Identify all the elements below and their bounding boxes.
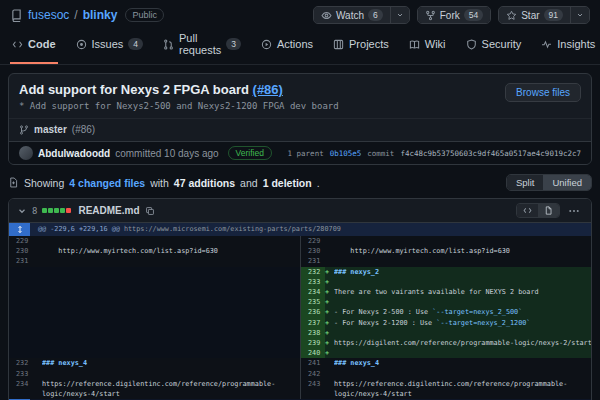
hunk-range: @@ -229,6 +229,16 @@ xyxy=(38,225,120,233)
split-view-button[interactable]: Split xyxy=(507,175,543,190)
diff-cell-add: 240+ xyxy=(300,348,591,358)
line-number[interactable]: 243 xyxy=(301,379,325,389)
line-number[interactable]: 237 xyxy=(301,318,325,328)
fork-button[interactable]: Fork 54 xyxy=(418,7,490,23)
line-number[interactable] xyxy=(301,389,325,399)
commit-author-block: Abdulwadoodd committed 10 days ago Verif… xyxy=(19,146,272,160)
changed-files-bar: Showing 4 changed files with 47 addition… xyxy=(8,165,592,198)
file-changes-count: 8 xyxy=(32,206,37,216)
and-text: and xyxy=(240,177,258,189)
tab-insights[interactable]: Insights xyxy=(539,27,597,64)
line-number[interactable]: 236 xyxy=(301,307,325,317)
line-number[interactable]: 234 xyxy=(9,379,33,389)
tab-projects[interactable]: Projects xyxy=(331,27,391,64)
code-line: http://www.myirtech.com/list.asp?id=630 xyxy=(42,246,300,256)
hunk-header: @@ -229,6 +229,16 @@ https://www.microse… xyxy=(9,223,591,236)
source-view-button[interactable] xyxy=(517,204,538,217)
line-number[interactable]: 233 xyxy=(301,277,325,287)
tab-pull-requests[interactable]: Pull requests 3 xyxy=(161,27,243,64)
browse-files-button[interactable]: Browse files xyxy=(505,83,581,102)
line-number[interactable]: 241 xyxy=(301,358,325,368)
diff-cell-ctx: 231 xyxy=(9,256,300,266)
author-link[interactable]: Abdulwadoodd xyxy=(38,148,110,159)
line-number[interactable]: 232 xyxy=(301,267,325,277)
tab-security[interactable]: Security xyxy=(464,27,524,64)
diff-cell-fill xyxy=(9,267,300,277)
copy-icon[interactable] xyxy=(145,206,155,216)
repo-breadcrumb: fusesoc / blinky Public xyxy=(10,8,164,22)
diff-cell-ctx: 230 http://www.myirtech.com/list.asp?id=… xyxy=(300,246,591,256)
tab-actions[interactable]: Actions xyxy=(259,27,315,64)
commit-title: Add support for Nexys 2 FPGA board (#86) xyxy=(19,82,581,97)
tab-wiki[interactable]: Wiki xyxy=(407,27,448,64)
diff-marker xyxy=(33,379,42,389)
diff-row: 239+https://digilent.com/reference/progr… xyxy=(9,338,591,348)
file-name[interactable]: README.md xyxy=(78,205,139,216)
line-number[interactable]: 235 xyxy=(301,297,325,307)
watch-caret-button[interactable] xyxy=(390,7,409,23)
diff-view-toggle: Split Unified xyxy=(506,174,592,191)
code-line xyxy=(334,256,591,266)
stat-square-add xyxy=(42,208,47,213)
code-line: - For Nexys 2-500 : Use `--target=nexys_… xyxy=(334,307,591,317)
collapse-chevron-icon[interactable] xyxy=(17,206,27,216)
diff-row: 240+ xyxy=(9,348,591,358)
tab-code[interactable]: Code xyxy=(10,27,58,64)
changed-files-link[interactable]: 4 changed files xyxy=(69,177,145,189)
diff-cell-ctx: 242 xyxy=(300,369,591,379)
line-number[interactable]: 229 xyxy=(301,236,325,246)
parent-sha-link[interactable]: 0b105e5 xyxy=(330,149,362,158)
line-number[interactable]: 229 xyxy=(9,236,33,246)
line-number[interactable]: 238 xyxy=(301,328,325,338)
code-line xyxy=(334,369,591,379)
branch-name[interactable]: master xyxy=(34,124,67,135)
code-line xyxy=(334,348,591,358)
line-number[interactable]: 242 xyxy=(301,369,325,379)
line-number[interactable]: 232 xyxy=(9,358,33,368)
line-number[interactable]: 234 xyxy=(301,287,325,297)
file-options-kebab-button[interactable] xyxy=(565,205,583,217)
verified-badge[interactable]: Verified xyxy=(228,146,272,160)
diff-cell-add: 237+- For Nexys 2-1200 : Use `--target=n… xyxy=(300,318,591,328)
diff-row: 238+ xyxy=(9,328,591,338)
diff-cell-fill xyxy=(9,328,300,338)
watch-button[interactable]: Watch 6 xyxy=(314,7,390,23)
visibility-badge: Public xyxy=(125,8,164,22)
star-caret-button[interactable] xyxy=(570,7,589,23)
diff-marker xyxy=(33,256,42,266)
parent-label: 1 parent xyxy=(288,149,324,158)
line-number[interactable]: 231 xyxy=(9,256,33,266)
code-text-segment: https://digilent.com/reference/programma… xyxy=(334,339,591,347)
code-line xyxy=(334,277,591,287)
line-number[interactable]: 233 xyxy=(9,369,33,379)
unified-view-button[interactable]: Unified xyxy=(543,175,591,190)
star-button[interactable]: Star 91 xyxy=(499,7,570,23)
code-line xyxy=(334,236,591,246)
repo-name-link[interactable]: blinky xyxy=(83,8,118,22)
code-text-segment: https://reference.digilentinc.com/refere… xyxy=(42,380,275,388)
watch-count: 6 xyxy=(368,9,383,21)
diff-row: 234+There are two vairants available for… xyxy=(9,287,591,297)
line-number[interactable]: 231 xyxy=(301,256,325,266)
pr-ref-link[interactable]: (#86) xyxy=(253,82,283,97)
diff-row: 232### nexys_4241### nexys_4 xyxy=(9,358,591,368)
diff-marker: + xyxy=(325,277,334,287)
code-line xyxy=(334,297,591,307)
diff-marker xyxy=(325,379,334,389)
shield-icon xyxy=(466,39,477,50)
diff-marker xyxy=(325,389,334,399)
line-number[interactable]: 240 xyxy=(301,348,325,358)
line-number[interactable]: 230 xyxy=(9,246,33,256)
repo-owner-link[interactable]: fusesoc xyxy=(28,8,69,22)
avatar[interactable] xyxy=(19,146,33,160)
diff-cell-ctx: logic/nexys-4/start xyxy=(9,389,300,399)
line-number[interactable]: 230 xyxy=(301,246,325,256)
tab-issues[interactable]: Issues 4 xyxy=(74,27,146,64)
line-number[interactable] xyxy=(9,389,33,399)
line-number[interactable]: 239 xyxy=(301,338,325,348)
code-text-segment: https://reference.digilentinc.com/refere… xyxy=(334,380,567,388)
expand-hunk-button[interactable] xyxy=(9,223,30,236)
code-line: logic/nexys-4/start xyxy=(334,389,591,399)
rich-view-button[interactable] xyxy=(538,204,559,217)
file-diff-card: 8 README.md @@ -229,6 +229,16 @@ https:/… xyxy=(8,198,592,400)
